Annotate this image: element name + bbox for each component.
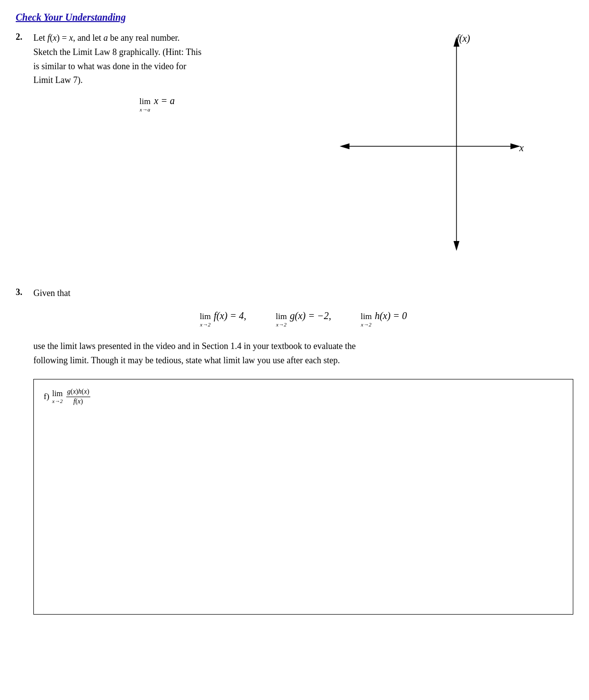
problem-2-number: 2. xyxy=(16,31,33,42)
problem-2-line3: is similar to what was done in the video… xyxy=(33,61,186,71)
given-limits-row: lim x→2 f(x) = 4, lim x→2 g(x) = −2, xyxy=(33,310,573,327)
problem-2-content: 2. Let f(x) = x, and let a be any real n… xyxy=(16,31,251,120)
limit-1: lim x→2 f(x) = 4, xyxy=(200,310,246,327)
svg-text:f(x): f(x) xyxy=(456,33,470,44)
page-title: Check Your Understanding xyxy=(16,12,126,23)
answer-box-label-line: f) lim x→2 g(x)h(x) f(x) xyxy=(44,387,563,405)
page-title-link[interactable]: Check Your Understanding xyxy=(16,13,126,23)
limit-3: lim x→2 h(x) = 0 xyxy=(361,310,407,327)
svg-marker-6 xyxy=(510,143,520,149)
problem-3: 3. Given that lim x→2 f(x) = 4, xyxy=(16,286,573,615)
svg-marker-7 xyxy=(340,143,349,149)
problem-2-formula: lim x→a x = a xyxy=(63,95,251,112)
problem-2-text: Let f(x) = x, and let a be any real numb… xyxy=(33,31,251,120)
limit-2: lim x→2 g(x) = −2, xyxy=(276,310,331,327)
problem-3-description: use the limit laws presented in the vide… xyxy=(33,339,573,368)
problem-3-intro: Given that xyxy=(33,286,573,300)
problem-2: 2. Let f(x) = x, and let a be any real n… xyxy=(16,31,573,257)
problem-2-line1: Let f(x) = x, and let a be any real numb… xyxy=(33,33,180,43)
problem-3-number: 3. xyxy=(16,286,33,297)
coordinate-axes: f(x) x xyxy=(294,31,530,257)
svg-marker-4 xyxy=(454,241,459,251)
problem-2-body: Let f(x) = x, and let a be any real numb… xyxy=(33,31,251,87)
subpart-label: f) xyxy=(44,392,49,402)
description-line1: use the limit laws presented in the vide… xyxy=(33,341,356,351)
problem-2-line2: Sketch the Limit Law 8 graphically. (Hin… xyxy=(33,47,201,57)
description-line2: following limit. Though it may be tediou… xyxy=(33,355,340,365)
answer-box[interactable]: f) lim x→2 g(x)h(x) f(x) xyxy=(33,379,573,615)
problem-3-content: Given that lim x→2 f(x) = 4, xyxy=(33,286,573,615)
svg-text:x: x xyxy=(519,142,524,153)
graph-area: f(x) x xyxy=(251,31,573,257)
subpart-formula: lim x→2 g(x)h(x) f(x) xyxy=(52,387,91,405)
problem-2-line4: Limit Law 7). xyxy=(33,75,82,85)
